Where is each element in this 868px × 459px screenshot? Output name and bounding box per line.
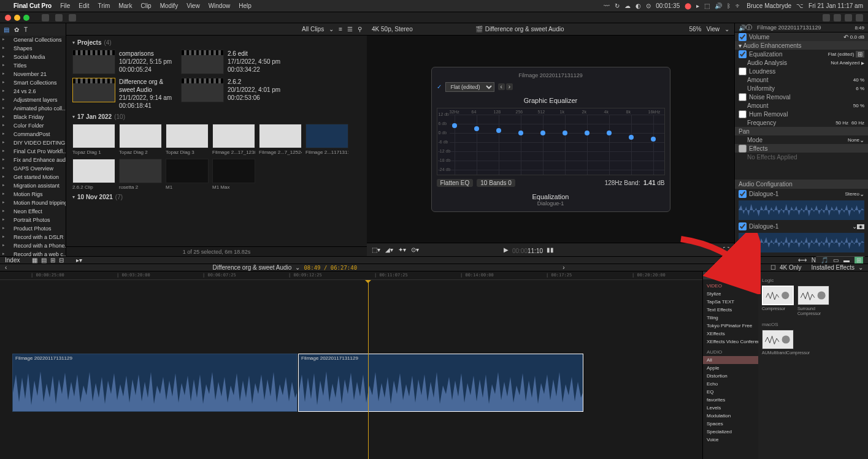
sidebar-item[interactable]: Record with a DSLR [0,233,66,241]
sidebar-item[interactable]: CommandPost [0,130,66,138]
sidebar-item[interactable]: General Collections [0,36,66,44]
sidebar-item[interactable]: Smart Collections [0,78,66,87]
library-tab-icon[interactable]: ▤ [4,26,9,33]
view-dropdown-icon[interactable]: ⌄ [724,26,729,32]
sidebar-item[interactable]: Record with a Phone... [0,241,66,250]
effects-category[interactable]: Text Effects [703,306,758,314]
status-icon[interactable]: ⊙ [646,2,651,9]
sidebar-item[interactable]: Neon Effect [0,207,66,216]
show-icon[interactable]: ▾ [739,42,742,49]
tl-tool-icon[interactable]: ⊟ [59,257,64,264]
effects-category[interactable]: Spaces [703,420,758,428]
eq-band-point[interactable] [496,128,501,133]
eq-checkbox[interactable] [739,50,747,58]
sidebar-item[interactable]: 24 vs 2.6 [0,87,66,96]
audio-clip-selected[interactable]: Filmage 20220117131129 [298,354,583,412]
sidebar-item[interactable]: Shapes [0,44,66,53]
dialogue-checkbox[interactable] [739,190,747,198]
sidebar-item[interactable]: Social Media [0,53,66,61]
sidebar-item[interactable]: Product Photos [0,224,66,233]
filter-dropdown-icon[interactable]: ⌄ [329,26,334,32]
photos-tab-icon[interactable]: ✿ [14,26,19,33]
effects-category[interactable]: Specialized [703,428,758,436]
sidebar-item[interactable]: Portrait Photos [0,216,66,224]
sidebar-item[interactable]: Black Friday [0,113,66,121]
transform-tool[interactable]: ⬚▾ [372,246,380,253]
eq-band-point[interactable] [607,131,612,135]
browser-section-header[interactable]: 17 Jan 2022 (10) [69,112,364,121]
eq-edit-icon[interactable]: ⊞ [856,51,864,58]
close-window[interactable] [5,15,11,21]
eq-band-point[interactable] [518,131,523,135]
layout-button[interactable] [823,14,830,21]
browser-section-header[interactable]: 10 Nov 2021 (7) [69,192,364,202]
media-clip[interactable]: M1 [166,159,209,190]
effects-category[interactable]: XEffects [703,330,758,338]
grouping-icon[interactable]: ≡ [339,26,342,32]
sidebar-item[interactable]: GAPS Overview [0,164,66,173]
sidebar-item[interactable]: Color Folder [0,121,66,130]
effects-category[interactable]: Apple [703,364,758,372]
timeline-back-icon[interactable]: ‹ [5,264,7,271]
wifi-icon[interactable]: ᯤ [735,2,742,9]
bg-tasks-button[interactable] [69,14,76,21]
project-clip[interactable]: 2.6 edit17/1/2022, 4:50 pm00:03:34:22 [181,50,286,74]
timeline-dropdown-icon[interactable]: ⌄ [295,264,300,271]
effects-category[interactable]: XEffects Video Conferen... [703,338,758,346]
sidebar-item[interactable]: DIY VIDEO EDITING [0,138,66,147]
menu-window[interactable]: Window [209,2,231,9]
noise-removal-checkbox[interactable] [739,93,747,101]
media-clip[interactable]: Topaz Diag 3 [166,124,209,155]
tl-tool-icon[interactable]: N [812,257,816,264]
media-clip[interactable]: Filmage 2...7_125240 [259,124,302,155]
sidebar-item[interactable]: November 21 [0,70,66,78]
tl-tool-icon[interactable]: ▭ [833,257,839,264]
sidebar-item[interactable]: Migration assistant [0,181,66,190]
sidebar-item[interactable]: Final Cut Pro Workfl... [0,147,66,156]
status-icon[interactable]: ▸ [696,2,699,9]
effect-item[interactable]: AUMultibandCompressor [762,330,794,355]
enhance-tool[interactable]: ⊙▾ [411,246,419,253]
eq-band-point[interactable] [540,131,545,135]
dialogue2-checkbox[interactable] [739,222,747,230]
effects-category[interactable]: All [703,356,758,364]
fullscreen-icon[interactable]: ⛶ [723,246,729,253]
menu-mark[interactable]: Mark [118,2,132,9]
effects-category[interactable]: favorites [703,396,758,404]
user-name[interactable]: Bruce Macbryde [747,2,791,9]
maximize-window[interactable] [23,15,29,21]
tl-fx-icon[interactable]: ⊞ [855,257,863,264]
tl-audio-icon[interactable]: 🎵 [821,257,828,264]
media-clip[interactable]: rosetta 2 [119,159,162,190]
tl-tool-icon[interactable]: ▬ [843,257,850,264]
effects-category[interactable]: Voice [703,436,758,444]
media-clip[interactable]: Topaz Diag 1 [72,124,115,155]
tl-tool-icon[interactable]: ⟷ [798,257,807,264]
import-button[interactable] [42,14,49,21]
tool-select[interactable]: ▸▾ [76,257,82,264]
timeline-index-button[interactable]: Index [5,257,20,264]
playhead[interactable] [368,280,369,459]
effects-category[interactable]: Distortion [703,372,758,380]
eq-graph[interactable]: 12 db6 db0 db-6 db-12 db-18 db-24 db32Hz… [437,108,665,175]
effects-category[interactable]: Modulation [703,412,758,420]
status-icon[interactable]: ⬚ [704,2,710,9]
list-view-icon[interactable]: ☰ [347,26,353,32]
volume-reset-icon[interactable]: ↶ [843,34,848,40]
media-clip[interactable]: Filmage 2...17_123051 [212,124,255,155]
app-name[interactable]: Final Cut Pro [13,2,52,9]
effects-category[interactable]: Tiling [703,314,758,322]
status-icon[interactable]: ☁ [624,2,631,9]
tl-tool-icon[interactable]: ▦ [32,257,37,264]
rec-icon[interactable]: ⬤ [685,2,691,9]
media-clip[interactable]: 2.6.2 Clip [72,159,115,190]
dropdown-icon[interactable]: ⌄ [852,223,857,230]
dropdown-icon[interactable]: ⌄ [858,264,863,271]
flatten-eq-button[interactable]: Flatten EQ [437,179,474,187]
status-icon[interactable]: ↻ [615,2,620,9]
effects-category[interactable]: VIDEO [703,282,758,290]
clip-filter[interactable]: All Clips [302,26,324,32]
menu-clip[interactable]: Clip [140,2,151,9]
status-icon[interactable]: 〰 [604,2,610,9]
browser-section-header[interactable]: Projects (4) [69,38,364,47]
